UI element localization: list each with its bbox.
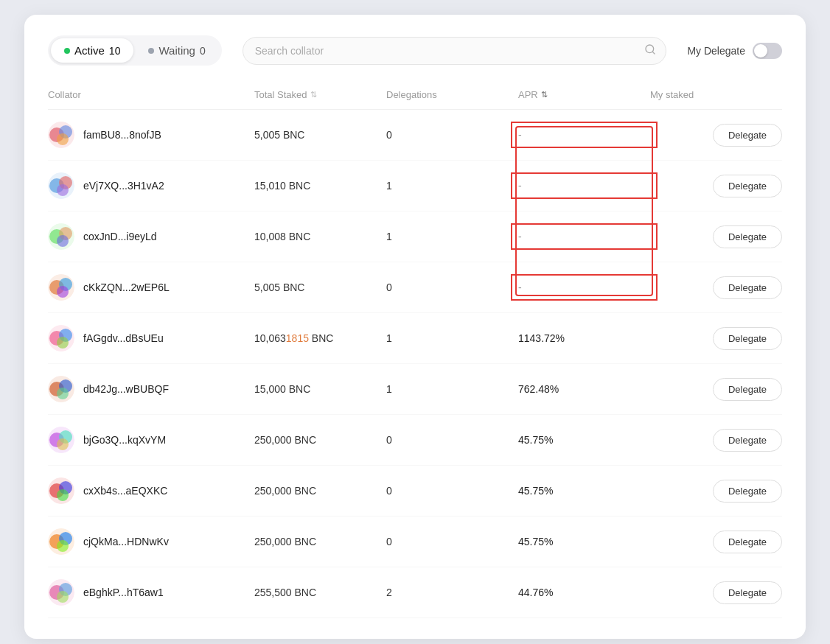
delegate-button[interactable]: Delegate xyxy=(713,175,782,197)
staked-value: 10,008 BNC xyxy=(254,231,310,242)
delegations-cell: 0 xyxy=(386,434,518,446)
staked-value: 5,005 BNC xyxy=(254,281,304,293)
table-row: cKkZQN...2wEP6L 5,005 BNC 0 - Delegate xyxy=(48,262,782,313)
delegate-toggle-group: My Delegate xyxy=(687,43,782,59)
delegations-cell: 0 xyxy=(386,129,518,141)
table-row: famBU8...8nofJB 5,005 BNC 0 - Delegate xyxy=(48,110,782,161)
collator-cell: bjGo3Q...kqXvYM xyxy=(48,427,254,453)
mystaked-cell: Delegate xyxy=(650,327,782,350)
delegations-cell: 0 xyxy=(386,485,518,497)
my-delegate-toggle[interactable] xyxy=(753,43,782,59)
staked-prefix: 10,063 xyxy=(254,332,286,344)
delegations-cell: 1 xyxy=(386,383,518,395)
collator-name: cxXb4s...aEQXKC xyxy=(83,485,167,497)
collator-name: cjQkMa...HDNwKv xyxy=(83,536,169,547)
mystaked-cell: Delegate xyxy=(650,276,782,299)
staked-value: 250,000 BNC xyxy=(254,485,316,497)
staked-value: 5,005 BNC xyxy=(254,129,304,141)
staked-cell: 5,005 BNC xyxy=(254,281,386,293)
collator-name: famBU8...8nofJB xyxy=(83,129,161,141)
avatar xyxy=(48,528,74,555)
staked-cell: 255,500 BNC xyxy=(254,587,386,598)
staked-cell: 15,000 BNC xyxy=(254,383,386,395)
tab-active-label: Active xyxy=(74,44,105,57)
active-dot xyxy=(64,48,70,54)
waiting-dot xyxy=(148,48,154,54)
svg-point-37 xyxy=(57,540,69,552)
mystaked-cell: Delegate xyxy=(650,124,782,147)
apr-value: 45.75% xyxy=(518,536,553,547)
header-total-staked[interactable]: Total Staked ⇅ xyxy=(254,89,386,100)
mystaked-cell: Delegate xyxy=(650,175,782,197)
delegate-button[interactable]: Delegate xyxy=(713,378,782,401)
delegate-button[interactable]: Delegate xyxy=(713,276,782,299)
table-row: eBghkP...hT6aw1 255,500 BNC 2 44.76% Del… xyxy=(48,567,782,618)
staked-value: 15,000 BNC xyxy=(254,383,310,395)
svg-point-17 xyxy=(57,286,69,298)
apr-dash: - xyxy=(518,231,522,242)
delegations-cell: 1 xyxy=(386,180,518,192)
delegate-button[interactable]: Delegate xyxy=(713,429,782,452)
staked-value: 250,000 BNC xyxy=(254,536,316,547)
sort-staked-icon: ⇅ xyxy=(310,90,317,99)
staked-value: 15,010 BNC xyxy=(254,180,310,192)
table-row: cxXb4s...aEQXKC 250,000 BNC 0 45.75% Del… xyxy=(48,466,782,517)
table-body: famBU8...8nofJB 5,005 BNC 0 - Delegate e… xyxy=(48,110,782,618)
svg-point-33 xyxy=(57,489,69,501)
apr-dash: - xyxy=(518,129,522,141)
apr-dash: - xyxy=(518,281,522,293)
collator-name: db42Jg...wBUBQF xyxy=(83,383,169,395)
apr-cell: 45.75% xyxy=(518,485,650,497)
delegate-button[interactable]: Delegate xyxy=(713,531,782,553)
search-wrapper xyxy=(243,37,667,65)
header-collator: Collator xyxy=(48,89,254,100)
delegate-button[interactable]: Delegate xyxy=(713,225,782,248)
avatar xyxy=(48,172,74,199)
delegate-button[interactable]: Delegate xyxy=(713,327,782,350)
apr-cell: - xyxy=(518,180,650,192)
svg-point-29 xyxy=(57,438,69,450)
avatar xyxy=(48,376,74,402)
collator-cell: famBU8...8nofJB xyxy=(48,122,254,148)
apr-cell: - xyxy=(518,231,650,242)
svg-point-13 xyxy=(57,235,69,247)
delegate-button[interactable]: Delegate xyxy=(713,124,782,147)
delegations-cell: 0 xyxy=(386,536,518,547)
header-my-staked: My staked xyxy=(650,89,782,100)
table-row: bjGo3Q...kqXvYM 250,000 BNC 0 45.75% Del… xyxy=(48,415,782,466)
collator-cell: eVj7XQ...3H1vA2 xyxy=(48,172,254,199)
search-icon xyxy=(644,43,656,58)
staked-cell: 250,000 BNC xyxy=(254,536,386,547)
delegate-button[interactable]: Delegate xyxy=(713,581,782,604)
staked-cell: 10,0631815 BNC xyxy=(254,332,386,344)
header-delegations: Delegations xyxy=(386,89,518,100)
header-apr[interactable]: APR ⇅ xyxy=(518,89,650,100)
collator-cell: cxXb4s...aEQXKC xyxy=(48,477,254,504)
search-input[interactable] xyxy=(243,37,667,65)
mystaked-cell: Delegate xyxy=(650,378,782,401)
svg-point-41 xyxy=(57,591,69,603)
apr-cell: 762.48% xyxy=(518,383,650,395)
svg-line-1 xyxy=(653,52,655,54)
tab-waiting[interactable]: Waiting 0 xyxy=(135,38,218,63)
staked-cell: 250,000 BNC xyxy=(254,485,386,497)
toolbar: Active 10 Waiting 0 My Delegate xyxy=(48,35,782,66)
delegate-button[interactable]: Delegate xyxy=(713,480,782,503)
table-row: db42Jg...wBUBQF 15,000 BNC 1 762.48% Del… xyxy=(48,364,782,415)
avatar xyxy=(48,477,74,504)
collator-name: coxJnD...i9eyLd xyxy=(83,231,157,242)
delegations-cell: 0 xyxy=(386,281,518,293)
tab-waiting-count: 0 xyxy=(200,45,206,57)
collator-cell: cKkZQN...2wEP6L xyxy=(48,274,254,301)
svg-point-25 xyxy=(57,388,69,399)
tab-active[interactable]: Active 10 xyxy=(51,38,133,63)
table-row: fAGgdv...dBsUEu 10,0631815 BNC 1 1143.72… xyxy=(48,313,782,364)
collator-cell: fAGgdv...dBsUEu xyxy=(48,325,254,351)
avatar xyxy=(48,223,74,250)
collator-cell: db42Jg...wBUBQF xyxy=(48,376,254,402)
tab-group: Active 10 Waiting 0 xyxy=(48,35,222,66)
toggle-knob xyxy=(754,44,767,57)
avatar xyxy=(48,579,74,606)
collator-cell: cjQkMa...HDNwKv xyxy=(48,528,254,555)
delegate-toggle-label: My Delegate xyxy=(687,45,745,57)
